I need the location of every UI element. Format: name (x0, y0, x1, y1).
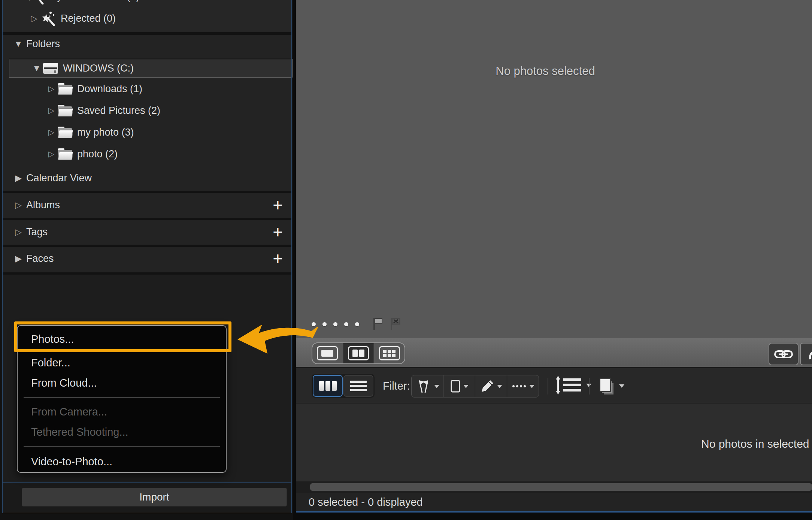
dropdown-caret-icon (434, 385, 439, 388)
folder-icon (58, 127, 73, 138)
tree-item-label: WINDOWS (C:) (63, 63, 134, 74)
menu-item-tethered-shooting: Tethered Shooting... (18, 422, 226, 442)
stack-button[interactable] (596, 376, 624, 396)
annotation-arrow (237, 322, 319, 356)
grid-view-button[interactable] (373, 343, 405, 363)
list-icon (350, 381, 367, 391)
sort-lines-icon (554, 376, 584, 394)
folder-icon (58, 83, 73, 95)
tree-item-downloads[interactable]: ▷ Downloads (1) (3, 79, 291, 99)
compare-view-button[interactable] (343, 343, 374, 363)
chevron-right-icon: ▷ (45, 106, 58, 115)
magic-wand-icon (40, 10, 56, 26)
photo-browser-pane: No photos in selected (296, 403, 812, 481)
status-bar: 0 selected - 0 displayed (296, 493, 812, 513)
preview-pane: No photos selected (296, 0, 812, 338)
menu-separator (18, 442, 226, 451)
more-filter-button[interactable] (507, 375, 539, 397)
flag-pick-icon[interactable] (372, 317, 383, 331)
menu-item-video-to-photo[interactable]: Video-to-Photo... (18, 451, 226, 472)
frame-icon (450, 380, 461, 393)
folder-icon (58, 148, 73, 160)
chevron-right-icon: ▶ (12, 254, 25, 264)
section-tags[interactable]: ▷ Tags + (3, 222, 291, 242)
chevron-right-icon: ▷ (3, 0, 29, 2)
rating-dot[interactable] (355, 322, 359, 326)
tree-item-my-photo[interactable]: ▷ my photo (3) (3, 122, 291, 142)
chevron-right-icon: ▷ (45, 149, 58, 158)
section-faces[interactable]: ▶ Faces + (3, 248, 291, 269)
compare-view-icon (348, 346, 369, 360)
chevron-right-icon: ▷ (12, 227, 25, 237)
tree-item-label: Saved Pictures (2) (77, 105, 160, 117)
add-tag-button[interactable]: + (273, 223, 283, 241)
filter-button-group (411, 375, 539, 397)
tree-item-cyberlink-cloud[interactable]: ▷ CyberLink Cloud (0) (3, 0, 291, 7)
flag-reject-icon[interactable] (389, 317, 401, 331)
preview-empty-message: No photos selected (296, 64, 795, 78)
rating-dot[interactable] (333, 322, 337, 326)
filter-toolbar: Filter: (296, 368, 812, 403)
edited-filter-button[interactable] (475, 375, 507, 397)
selection-status-text: 0 selected - 0 displayed (309, 496, 423, 508)
rating-bar (312, 317, 401, 331)
thumbnail-view-button[interactable] (313, 375, 343, 397)
section-label: Folders (26, 38, 60, 50)
flag-filter-button[interactable] (411, 375, 443, 397)
view-mode-button-group (312, 342, 405, 364)
tree-item-label: my photo (3) (77, 127, 134, 138)
arrow-up-icon (806, 347, 812, 361)
label-filter-button[interactable] (443, 375, 475, 397)
browser-scrollbar-thumb[interactable] (310, 483, 812, 491)
annotation-highlight-box (14, 321, 231, 352)
photodirector-library-window: ▷ CyberLink Cloud (0) ▷ Rejected (0) ▼ F… (0, 0, 812, 520)
sort-order-button[interactable] (554, 376, 591, 394)
tree-item-photo[interactable]: ▷ photo (2) (3, 144, 291, 164)
section-folders[interactable]: ▼ Folders (3, 34, 291, 54)
rotate-button-partial[interactable] (800, 343, 812, 365)
grid-view-icon (379, 346, 400, 360)
chevron-right-icon: ▷ (45, 128, 58, 137)
section-albums[interactable]: ▷ Albums + (3, 195, 291, 215)
filter-label: Filter: (383, 380, 410, 392)
dots-icon (512, 384, 527, 389)
star-rating-dots[interactable] (312, 322, 366, 326)
section-label: Albums (26, 199, 60, 211)
section-calendar-view[interactable]: ▶ Calendar View (3, 168, 291, 188)
tree-item-saved-pictures[interactable]: ▷ Saved Pictures (2) (3, 100, 291, 121)
hard-drive-icon (43, 63, 58, 74)
add-face-button[interactable]: + (273, 250, 283, 267)
dropdown-caret-icon (497, 385, 502, 388)
link-view-button[interactable] (769, 343, 799, 365)
crossed-flags-icon (416, 379, 431, 393)
menu-separator (18, 393, 226, 402)
menu-item-from-cloud[interactable]: From Cloud... (18, 373, 226, 393)
menu-item-folder[interactable]: Folder... (18, 353, 226, 373)
rating-dot[interactable] (344, 322, 348, 326)
dropdown-caret-icon (463, 385, 469, 388)
tree-item-label: Rejected (0) (61, 13, 116, 24)
list-view-button[interactable] (343, 375, 373, 397)
tree-item-rejected[interactable]: ▷ Rejected (0) (3, 8, 291, 28)
chevron-right-icon: ▷ (45, 84, 58, 93)
add-album-button[interactable]: + (273, 196, 283, 214)
chevron-down-icon: ▼ (12, 39, 25, 49)
tree-item-label: photo (2) (77, 148, 118, 160)
section-label: Tags (26, 226, 48, 238)
import-button[interactable]: Import (22, 488, 287, 507)
stacked-pages-icon (596, 376, 616, 396)
chevron-right-icon: ▷ (12, 200, 25, 210)
tree-item-label: Downloads (1) (77, 83, 142, 95)
chevron-right-icon: ▷ (28, 13, 40, 24)
view-mode-toolbar (296, 338, 812, 368)
chevron-right-icon: ▶ (12, 173, 25, 183)
chain-link-icon (774, 348, 793, 360)
magic-wand-icon (29, 0, 45, 4)
pencil-icon (480, 379, 494, 393)
rating-dot[interactable] (322, 322, 327, 326)
single-view-icon (317, 346, 338, 360)
browser-empty-message: No photos in selected (701, 438, 809, 450)
menu-item-from-camera: From Camera... (18, 402, 226, 422)
dropdown-caret-icon (619, 384, 624, 388)
tree-item-windows-c[interactable]: ▼ WINDOWS (C:) (9, 59, 293, 78)
